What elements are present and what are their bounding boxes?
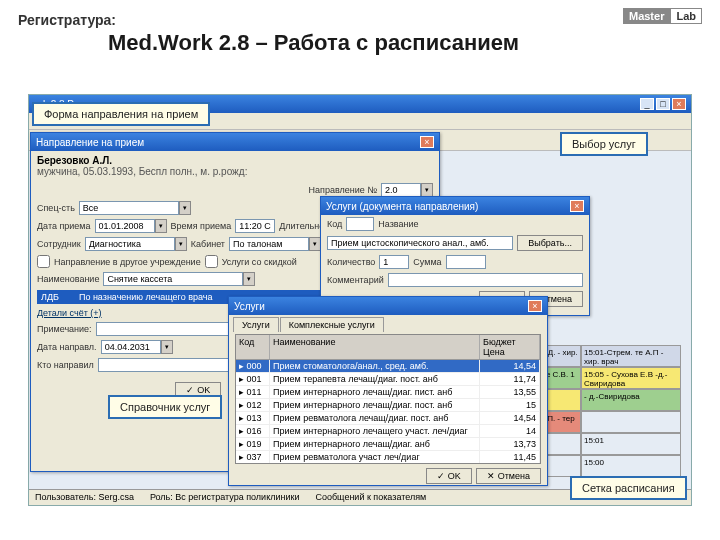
komm-input[interactable] xyxy=(388,273,583,287)
svc-name-label: Название xyxy=(378,219,418,229)
slide-header-small: Регистратура: xyxy=(18,12,702,28)
sched-cell[interactable] xyxy=(581,411,681,433)
napr-label: Направление № xyxy=(309,185,377,195)
cancel-label: Отмена xyxy=(498,471,530,481)
logo-master: Master xyxy=(623,8,670,24)
patient-info: мужчина, 05.03.1993, Беспл полн., м. р.р… xyxy=(37,166,433,177)
date-input[interactable] xyxy=(95,219,155,233)
close-icon[interactable]: × xyxy=(672,98,686,110)
col-price[interactable]: Бюджет Цена xyxy=(480,335,540,359)
code-label: Код xyxy=(327,219,342,229)
form-title: Направление на прием xyxy=(36,137,144,148)
spec-input[interactable] xyxy=(79,201,179,215)
dropdown-icon[interactable]: ▾ xyxy=(243,272,255,286)
details-link[interactable]: Детали счёт (+) xyxy=(37,308,102,318)
form-titlebar: Направление на прием × xyxy=(31,133,439,151)
table-row[interactable]: ▸ 037Прием ревматолога участ леч/диаг11,… xyxy=(236,451,540,464)
sched-cell[interactable]: - д.-Свиридова xyxy=(581,389,681,411)
services-list-titlebar: Услуги × xyxy=(229,297,547,315)
close-icon[interactable]: × xyxy=(570,200,584,212)
table-row[interactable]: ▸ 012Прием интернарного лечащ/диаг. пост… xyxy=(236,399,540,412)
blue-bar-text: По назначению лечащего врача xyxy=(79,292,213,302)
services-list-window: Услуги × Услуги Комплексные услуги Код Н… xyxy=(228,296,548,486)
tab-services[interactable]: Услуги xyxy=(233,317,279,332)
kab2-label: Кабинет xyxy=(191,239,225,249)
table-row[interactable]: ▸ 000Прием стоматолога/анал., сред. амб.… xyxy=(236,360,540,373)
spec-label: Спец-сть xyxy=(37,203,75,213)
ok-label: OK xyxy=(197,385,210,395)
check2-label: Услуги со скидкой xyxy=(222,257,297,267)
col-code[interactable]: Код xyxy=(236,335,270,359)
discount-checkbox[interactable] xyxy=(205,255,218,268)
doc-input[interactable] xyxy=(85,237,175,251)
callout-pick: Выбор услуг xyxy=(560,132,648,156)
name-input[interactable] xyxy=(103,272,243,286)
check1-label: Направление в другое учреждение xyxy=(54,257,201,267)
sched-cell[interactable]: 15:05 - Сухова Е.В -д.-Свиридова xyxy=(581,367,681,389)
sum-input[interactable] xyxy=(446,255,486,269)
time-input[interactable] xyxy=(235,219,275,233)
prim-label: Примечание: xyxy=(37,324,92,334)
close-icon[interactable]: × xyxy=(420,136,434,148)
sched-cell[interactable]: 15:01 xyxy=(581,433,681,455)
services-grid: Код Наименование Бюджет Цена ▸ 000Прием … xyxy=(235,334,541,464)
date-label: Дата приема xyxy=(37,221,91,231)
table-row[interactable]: ▸ 016Прием интернарного лечащего участ. … xyxy=(236,425,540,438)
other-org-checkbox[interactable] xyxy=(37,255,50,268)
sched-head: 15:01-Стрем. те А.П - хир. врач xyxy=(581,345,681,367)
table-row[interactable]: ▸ 013Прием ревматолога лечащ/диаг. пост.… xyxy=(236,412,540,425)
status-role: Роль: Вс регистратура поликлиники xyxy=(150,492,300,503)
services-doc-title: Услуги (документа направления) xyxy=(326,201,478,212)
sched-cell[interactable]: 15:00 xyxy=(581,455,681,477)
doc-label: Сотрудник xyxy=(37,239,81,249)
table-row[interactable]: ▸ 001Прием терапевта лечащ/диаг. пост. а… xyxy=(236,373,540,386)
calendar-icon[interactable]: ▾ xyxy=(161,340,173,354)
sum-label: Сумма xyxy=(413,257,441,267)
logo: MasterLab xyxy=(623,10,702,22)
time-label: Время приема xyxy=(171,221,232,231)
who-label: Кто направил xyxy=(37,360,94,370)
maximize-icon[interactable]: □ xyxy=(656,98,670,110)
col-name[interactable]: Наименование xyxy=(270,335,480,359)
cancel-button[interactable]: ✕ Отмена xyxy=(476,468,541,484)
date2-label: Дата направл. xyxy=(37,342,97,352)
close-icon[interactable]: × xyxy=(528,300,542,312)
patient-name: Березовко А.Л. xyxy=(37,155,433,166)
svc-name-input[interactable] xyxy=(327,236,513,250)
qty-input[interactable] xyxy=(379,255,409,269)
napr-no-input[interactable] xyxy=(381,183,421,197)
tab-complex[interactable]: Комплексные услуги xyxy=(280,317,384,332)
ok-button[interactable]: ✓ OK xyxy=(426,468,472,484)
code-input[interactable] xyxy=(346,217,374,231)
qty-label: Количество xyxy=(327,257,375,267)
table-row[interactable]: ▸ 019Прием интернарного лечащ/диаг. анб1… xyxy=(236,438,540,451)
callout-directory: Справочник услуг xyxy=(108,395,222,419)
kab2-input[interactable] xyxy=(229,237,309,251)
logo-lab: Lab xyxy=(670,8,702,24)
services-list-title: Услуги xyxy=(234,301,265,312)
komm-label: Комментарий xyxy=(327,275,384,285)
blue-bar-code: ЛДБ xyxy=(41,292,59,302)
callout-grid: Сетка расписания xyxy=(570,476,687,500)
callout-form: Форма направления на прием xyxy=(32,102,210,126)
dropdown-icon[interactable]: ▾ xyxy=(179,201,191,215)
status-user: Пользователь: Serg.csa xyxy=(35,492,134,503)
minimize-icon[interactable]: _ xyxy=(640,98,654,110)
services-doc-titlebar: Услуги (документа направления) × xyxy=(321,197,589,215)
name-label: Наименование xyxy=(37,274,99,284)
ok-label: OK xyxy=(448,471,461,481)
dropdown-icon[interactable]: ▾ xyxy=(421,183,433,197)
calendar-icon[interactable]: ▾ xyxy=(155,219,167,233)
date2-input[interactable] xyxy=(101,340,161,354)
status-msg: Сообщений к показателям xyxy=(315,492,426,503)
select-button[interactable]: Выбрать... xyxy=(517,235,583,251)
dropdown-icon[interactable]: ▾ xyxy=(175,237,187,251)
table-row[interactable]: ▸ 011Прием интернарного лечащ/диаг. пист… xyxy=(236,386,540,399)
slide-header-big: Med.Work 2.8 – Работа с расписанием xyxy=(18,28,702,62)
